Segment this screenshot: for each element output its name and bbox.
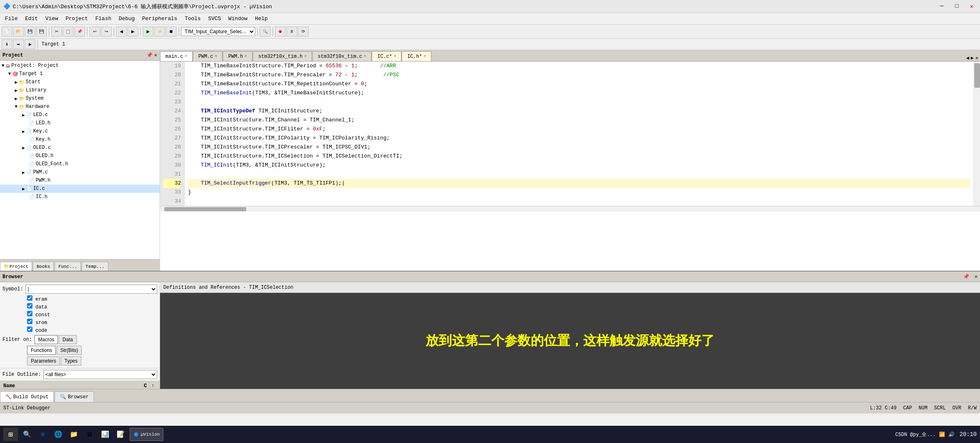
data-checkbox[interactable] bbox=[27, 303, 32, 308]
taskbar-uvision-app[interactable]: 🔷 µVision bbox=[130, 428, 163, 441]
minimize-btn[interactable]: ─ bbox=[937, 3, 947, 10]
build-btn[interactable]: ▶ bbox=[143, 27, 153, 37]
tab-stm32-tim-c-close[interactable]: × bbox=[364, 54, 366, 59]
debug-reset-btn[interactable]: ⟳ bbox=[298, 27, 309, 37]
taskbar-search[interactable]: 🔍 bbox=[21, 428, 34, 441]
tree-item-pwmc[interactable]: ▶ 📄 PWM.c bbox=[0, 168, 160, 176]
panel-close-icon[interactable]: ✕ bbox=[154, 52, 157, 58]
menu-view[interactable]: View bbox=[42, 15, 61, 23]
rebuild-btn[interactable]: ⚡ bbox=[154, 27, 165, 37]
stop-btn[interactable]: ⏹ bbox=[166, 27, 176, 37]
tab-ic-h[interactable]: IC.h* × bbox=[402, 51, 431, 61]
tab-left-arrow[interactable]: ◀ bbox=[966, 55, 969, 61]
menu-tools[interactable]: Tools bbox=[181, 15, 204, 23]
start-btn[interactable]: ⊞ bbox=[3, 428, 18, 441]
tree-item-system[interactable]: ▶ 📁 System bbox=[0, 94, 160, 103]
tab-pwm-h[interactable]: PWM.h × bbox=[223, 51, 252, 61]
tree-item-pwmh[interactable]: 📄 PWM.h bbox=[0, 176, 160, 185]
macros-btn[interactable]: Macros bbox=[34, 335, 58, 344]
types-btn[interactable]: Types bbox=[61, 356, 81, 365]
build-output-tab[interactable]: 🔨 Build Output bbox=[0, 391, 54, 402]
menu-edit[interactable]: Edit bbox=[22, 15, 41, 23]
tree-item-ledh[interactable]: 📄 LED.h bbox=[0, 119, 160, 127]
window-controls[interactable]: ─ □ ✕ bbox=[937, 3, 977, 10]
menu-peripherals[interactable]: Peripherals bbox=[139, 15, 181, 23]
tree-item-keyh[interactable]: 📄 Key.h bbox=[0, 135, 160, 144]
redo-btn[interactable]: ↪ bbox=[101, 27, 112, 37]
functions-btn[interactable]: Functions bbox=[27, 346, 56, 355]
panel-pin-icon[interactable]: 📌 bbox=[147, 52, 153, 58]
open-btn[interactable]: 📂 bbox=[13, 27, 24, 37]
code-checkbox[interactable] bbox=[27, 327, 32, 332]
maximize-btn[interactable]: □ bbox=[952, 3, 962, 10]
copy-btn[interactable]: 📋 bbox=[63, 27, 73, 37]
search-btn[interactable]: 🔍 bbox=[260, 27, 270, 37]
taskbar-ppt[interactable]: 📊 bbox=[98, 428, 112, 441]
code-lines[interactable]: TIM_TimeBaseInitStructure.TIM_Period = 6… bbox=[185, 62, 973, 206]
menu-file[interactable]: File bbox=[2, 15, 21, 23]
browser-pin-icon[interactable]: 📌 bbox=[963, 274, 969, 280]
step-in-btn[interactable]: ⬇ bbox=[2, 39, 12, 49]
menu-window[interactable]: Window bbox=[225, 15, 251, 23]
tab-functions[interactable]: Func... bbox=[55, 262, 81, 271]
tab-main-c[interactable]: main.c × bbox=[160, 51, 192, 61]
function-dropdown[interactable]: TIM_Input_Capture_Selec... bbox=[181, 27, 255, 36]
symbol-input[interactable]: | bbox=[25, 285, 157, 294]
tab-ic-c[interactable]: IC.c* × bbox=[372, 51, 401, 61]
browser-close-icon[interactable]: ✕ bbox=[975, 274, 978, 280]
tab-project[interactable]: 📁 Project bbox=[0, 262, 32, 271]
nav-back-btn[interactable]: ◀ bbox=[116, 27, 127, 37]
menu-project[interactable]: Project bbox=[62, 15, 92, 23]
run-to-cursor-btn[interactable]: ▶ bbox=[25, 39, 35, 49]
tree-item-ich[interactable]: 📄 IC.h bbox=[0, 193, 160, 201]
taskbar-cortana[interactable]: ⊙ bbox=[36, 428, 49, 441]
tab-pwm-c[interactable]: PWM.c × bbox=[193, 51, 222, 61]
tab-close-all[interactable]: ✕ bbox=[975, 55, 978, 61]
tab-stm32-tim-c[interactable]: stm32f10x_tim.c × bbox=[312, 51, 371, 61]
parameters-btn[interactable]: Parameters bbox=[27, 356, 60, 365]
tree-item-hardware[interactable]: ▼ 📁 Hardware bbox=[0, 103, 160, 111]
tab-right-arrow[interactable]: ▶ bbox=[971, 55, 974, 61]
tree-item-oledfont[interactable]: 📄 OLED_Font.h bbox=[0, 160, 160, 168]
menu-debug[interactable]: Debug bbox=[115, 15, 138, 23]
save-btn[interactable]: 💾 bbox=[25, 27, 35, 37]
eram-checkbox[interactable] bbox=[27, 295, 32, 301]
paste-btn[interactable]: 📌 bbox=[74, 27, 85, 37]
cut-btn[interactable]: ✂ bbox=[51, 27, 62, 37]
const-checkbox[interactable] bbox=[27, 311, 32, 316]
tab-pwm-h-close[interactable]: × bbox=[245, 54, 247, 59]
tree-item-target1[interactable]: ▼ 🎯 Target 1 bbox=[0, 70, 160, 78]
tree-item-keyc[interactable]: ▶ 📄 Key.c bbox=[0, 127, 160, 135]
editor-scrollbar[interactable] bbox=[973, 62, 980, 206]
undo-btn[interactable]: ↩ bbox=[89, 27, 100, 37]
tree-item-icc[interactable]: ▶ 📄 IC.c bbox=[0, 185, 160, 193]
file-outline-select[interactable]: <all files> bbox=[44, 370, 157, 379]
tree-item-root[interactable]: ▼ 🗂 Project: Project bbox=[0, 62, 160, 70]
tab-main-c-close[interactable]: × bbox=[185, 54, 187, 59]
tree-item-start[interactable]: ▶ 📁 Start bbox=[0, 78, 160, 86]
tree-item-oledh[interactable]: 📄 OLED.h bbox=[0, 152, 160, 160]
tab-pwm-c-close[interactable]: × bbox=[215, 54, 217, 59]
tab-stm32-tim-h[interactable]: stm32f10x_tim.h × bbox=[253, 51, 312, 61]
save-all-btn[interactable]: 💾 bbox=[36, 27, 47, 37]
tab-ic-h-close[interactable]: × bbox=[424, 54, 426, 59]
browser-tab[interactable]: 🔍 Browser bbox=[55, 391, 94, 402]
tab-books[interactable]: Books bbox=[33, 262, 54, 271]
nav-fwd-btn[interactable]: ▶ bbox=[128, 27, 138, 37]
tree-item-library[interactable]: ▶ 📁 Library bbox=[0, 86, 160, 94]
taskbar-ie[interactable]: 🌐 bbox=[52, 428, 65, 441]
code-editor[interactable]: 19 20 21 22 23 24 25 26 27 28 29 30 31 3… bbox=[160, 62, 980, 271]
tab-ic-c-close[interactable]: × bbox=[394, 54, 396, 59]
menu-help[interactable]: Help bbox=[252, 15, 271, 23]
menu-svcs[interactable]: SVCS bbox=[205, 15, 224, 23]
debug-stop-btn[interactable]: ⏸ bbox=[286, 27, 297, 37]
taskbar-monitor[interactable]: 🖥 bbox=[83, 428, 96, 441]
step-over-btn[interactable]: ➡ bbox=[13, 39, 24, 49]
horizontal-scrollbar[interactable] bbox=[160, 206, 980, 212]
strbits-btn[interactable]: Str(Bits) bbox=[57, 346, 82, 355]
tab-stm32-tim-h-close[interactable]: × bbox=[304, 54, 307, 59]
srom-checkbox[interactable] bbox=[27, 319, 32, 324]
taskbar-notepad[interactable]: 📝 bbox=[114, 428, 127, 441]
menu-flash[interactable]: Flash bbox=[92, 15, 114, 23]
taskbar-explorer[interactable]: 📁 bbox=[67, 428, 80, 441]
